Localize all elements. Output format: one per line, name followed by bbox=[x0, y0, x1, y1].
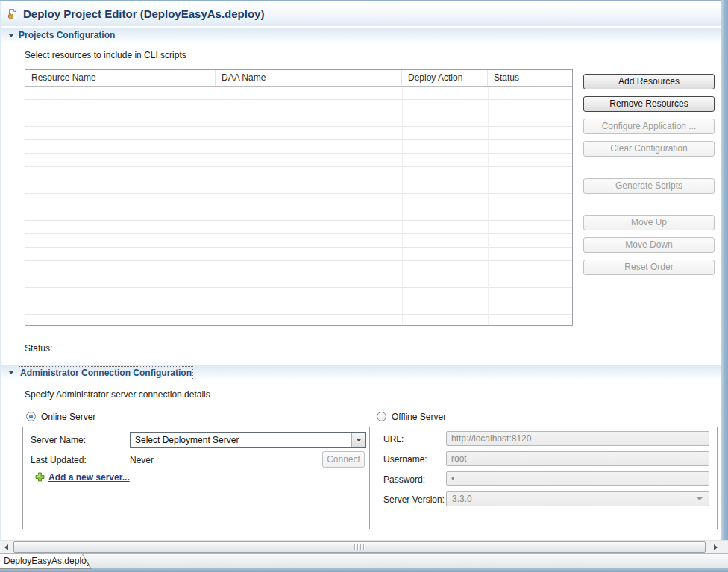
resources-table-header: Resource Name DAA Name Deploy Action Sta… bbox=[25, 70, 572, 87]
server-version-value: 3.3.0 bbox=[452, 492, 472, 506]
last-updated-label: Last Updated: bbox=[31, 452, 87, 468]
offline-server-radio[interactable] bbox=[377, 412, 386, 421]
generate-scripts-button[interactable]: Generate Scripts bbox=[583, 178, 715, 194]
deploy-file-tab-label: DeployEasyAs.deploy bbox=[4, 554, 91, 568]
editor-page-tab-bar: DeployEasyAs.deploy bbox=[0, 553, 728, 568]
offline-server-group: URL: Username: Password: Server Version:… bbox=[377, 427, 718, 529]
online-server-group: Server Name: Select Deployment Server La… bbox=[22, 427, 370, 529]
move-up-button[interactable]: Move Up bbox=[583, 215, 715, 230]
collapse-triangle-icon[interactable] bbox=[8, 371, 14, 374]
projects-configuration-title: Projects Configuration bbox=[19, 28, 115, 43]
server-version-label: Server Version: bbox=[383, 491, 445, 508]
resources-table-body-empty[interactable] bbox=[25, 87, 572, 325]
server-name-combo-value: Select Deployment Server bbox=[135, 433, 239, 447]
arrow-left-icon bbox=[4, 544, 8, 550]
scrollbar-grip-icon bbox=[354, 544, 365, 550]
url-field[interactable] bbox=[446, 431, 709, 446]
collapse-triangle-icon[interactable] bbox=[8, 34, 14, 37]
column-divider bbox=[402, 87, 403, 325]
server-name-label: Server Name: bbox=[31, 432, 86, 448]
window-border-left bbox=[0, 1, 1, 568]
online-server-radio-label[interactable]: Online Server bbox=[41, 412, 95, 422]
combo-dropdown-button[interactable] bbox=[351, 433, 365, 447]
chevron-down-icon bbox=[697, 497, 703, 500]
admin-connection-section-header[interactable]: Administrator Connection Configuration bbox=[1, 365, 721, 380]
move-down-button[interactable]: Move Down bbox=[583, 237, 715, 253]
password-label: Password: bbox=[383, 471, 425, 488]
url-label: URL: bbox=[383, 431, 404, 447]
column-divider bbox=[488, 87, 489, 325]
configure-application-button[interactable]: Configure Application ... bbox=[583, 119, 715, 134]
column-header-deploy-action[interactable]: Deploy Action bbox=[402, 70, 488, 86]
green-plus-icon bbox=[35, 472, 45, 482]
horizontal-scrollbar[interactable] bbox=[0, 540, 728, 553]
username-label: Username: bbox=[383, 451, 427, 468]
deploy-file-tab[interactable]: DeployEasyAs.deploy bbox=[0, 554, 92, 569]
page-title: Deploy Project Editor (DeployEasyAs.depl… bbox=[23, 1, 264, 26]
admin-description: Specify Administrator server connection … bbox=[25, 389, 210, 400]
chevron-down-icon bbox=[356, 439, 362, 441]
projects-description: Select resources to include in CLI scrip… bbox=[25, 50, 186, 60]
last-updated-value: Never bbox=[130, 452, 154, 468]
resources-table: Resource Name DAA Name Deploy Action Sta… bbox=[25, 69, 573, 326]
horizontal-scrollbar-thumb[interactable] bbox=[13, 541, 706, 553]
add-new-server-link[interactable]: Add a new server... bbox=[48, 472, 130, 483]
status-label: Status: bbox=[25, 343, 52, 353]
column-header-resource-name[interactable]: Resource Name bbox=[25, 70, 216, 86]
deploy-file-gear-icon bbox=[7, 8, 19, 20]
projects-configuration-section-header[interactable]: Projects Configuration bbox=[1, 28, 721, 43]
username-field[interactable] bbox=[446, 451, 709, 466]
online-server-radio[interactable] bbox=[26, 412, 36, 421]
radio-dot-icon bbox=[29, 415, 33, 418]
column-header-daa-name[interactable]: DAA Name bbox=[216, 70, 402, 86]
offline-server-radio-label[interactable]: Offline Server bbox=[392, 412, 446, 422]
editor-title-bar: Deploy Project Editor (DeployEasyAs.depl… bbox=[1, 1, 721, 27]
password-field[interactable] bbox=[446, 471, 709, 486]
column-header-status[interactable]: Status bbox=[488, 70, 572, 86]
reset-order-button[interactable]: Reset Order bbox=[583, 260, 715, 275]
scroll-left-button[interactable] bbox=[1, 542, 12, 553]
arrow-right-icon bbox=[714, 544, 718, 550]
server-name-combo[interactable]: Select Deployment Server bbox=[130, 432, 366, 448]
server-version-combo[interactable]: 3.3.0 bbox=[446, 491, 709, 506]
add-resources-button[interactable]: Add Resources bbox=[583, 74, 715, 89]
vertical-scrollbar-track[interactable] bbox=[721, 0, 728, 568]
connect-button[interactable]: Connect bbox=[322, 451, 365, 468]
column-divider bbox=[216, 87, 216, 325]
scroll-right-button[interactable] bbox=[710, 542, 721, 553]
remove-resources-button[interactable]: Remove Resources bbox=[583, 96, 715, 112]
window-border-bottom bbox=[0, 568, 728, 572]
deploy-project-editor-window: Deploy Project Editor (DeployEasyAs.depl… bbox=[0, 0, 728, 572]
clear-configuration-button[interactable]: Clear Configuration bbox=[583, 141, 715, 157]
admin-connection-title: Administrator Connection Configuration bbox=[19, 366, 193, 380]
